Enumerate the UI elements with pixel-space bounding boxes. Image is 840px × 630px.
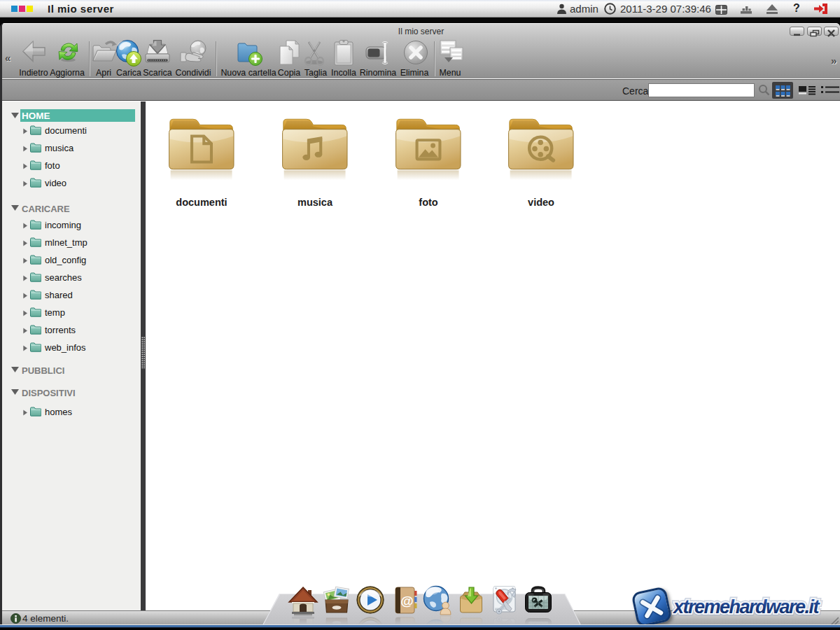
- svg-text:xtremehardware.it: xtremehardware.it: [672, 596, 820, 617]
